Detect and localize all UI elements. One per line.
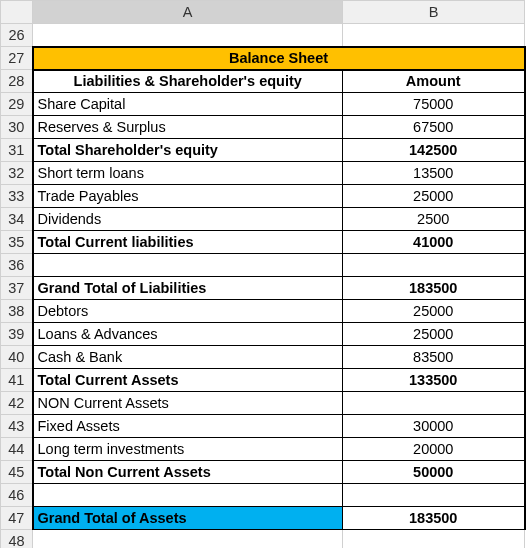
cell-amount[interactable]: 75000 [343,93,525,116]
row-header[interactable]: 30 [1,116,33,139]
cell-label[interactable] [33,530,343,549]
cell-amount[interactable] [343,530,525,549]
row-header[interactable]: 40 [1,346,33,369]
cell-amount[interactable]: 83500 [343,346,525,369]
cell-amount[interactable] [343,392,525,415]
cell-amount[interactable]: 25000 [343,323,525,346]
table-row: 36 [1,254,525,277]
table-row: 41Total Current Assets133500 [1,369,525,392]
table-row: 35Total Current liabilities41000 [1,231,525,254]
row-header[interactable]: 42 [1,392,33,415]
table-row: 37Grand Total of Liabilities183500 [1,277,525,300]
row-header[interactable]: 48 [1,530,33,549]
cell-label[interactable]: Total Current liabilities [33,231,343,254]
cell-amount[interactable]: 183500 [343,507,525,530]
cell-amount[interactable]: 183500 [343,277,525,300]
row-header[interactable]: 43 [1,415,33,438]
table-row: 43Fixed Assets30000 [1,415,525,438]
cell-amount[interactable] [343,24,525,47]
table-row: 33Trade Payables25000 [1,185,525,208]
cell-label[interactable]: Reserves & Surplus [33,116,343,139]
row-header[interactable]: 46 [1,484,33,507]
cell-label[interactable]: Debtors [33,300,343,323]
cell-label[interactable]: NON Current Assets [33,392,343,415]
header-label[interactable]: Liabilities & Shareholder's equity [33,70,343,93]
cell-amount[interactable]: 50000 [343,461,525,484]
cell-label[interactable] [33,484,343,507]
row-header[interactable]: 27 [1,47,33,70]
row-header[interactable]: 44 [1,438,33,461]
cell-amount[interactable] [343,484,525,507]
cell-label[interactable]: Fixed Assets [33,415,343,438]
table-row: 31Total Shareholder's equity142500 [1,139,525,162]
cell-amount[interactable]: 20000 [343,438,525,461]
table-row: 45Total Non Current Assets50000 [1,461,525,484]
table-row: 27Balance Sheet [1,47,525,70]
header-amount[interactable]: Amount [343,70,525,93]
row-header[interactable]: 45 [1,461,33,484]
cell-label[interactable]: Grand Total of Liabilities [33,277,343,300]
spreadsheet-grid[interactable]: A B 2627Balance Sheet28Liabilities & Sha… [0,0,526,548]
table-row: 46 [1,484,525,507]
cell-label[interactable]: Long term investments [33,438,343,461]
table-row: 32Short term loans13500 [1,162,525,185]
cell-label[interactable]: Cash & Bank [33,346,343,369]
row-header[interactable]: 39 [1,323,33,346]
table-row: 29Share Capital75000 [1,93,525,116]
row-header[interactable]: 34 [1,208,33,231]
row-header[interactable]: 41 [1,369,33,392]
table-row: 44Long term investments20000 [1,438,525,461]
cell-label[interactable]: Total Shareholder's equity [33,139,343,162]
column-header-row: A B [1,1,525,24]
row-header[interactable]: 28 [1,70,33,93]
cell-label[interactable]: Total Current Assets [33,369,343,392]
cell-amount[interactable]: 2500 [343,208,525,231]
cell-amount[interactable]: 25000 [343,300,525,323]
table-row: 47Grand Total of Assets183500 [1,507,525,530]
row-header[interactable]: 38 [1,300,33,323]
cell-label[interactable]: Loans & Advances [33,323,343,346]
cell-label[interactable]: Total Non Current Assets [33,461,343,484]
cell-amount[interactable]: 133500 [343,369,525,392]
table-row: 40Cash & Bank83500 [1,346,525,369]
table-row: 26 [1,24,525,47]
row-header[interactable]: 36 [1,254,33,277]
sheet-title[interactable]: Balance Sheet [33,47,525,70]
cell-amount[interactable] [343,254,525,277]
row-header[interactable]: 29 [1,93,33,116]
cell-label[interactable]: Share Capital [33,93,343,116]
cell-label[interactable]: Short term loans [33,162,343,185]
cell-amount[interactable]: 25000 [343,185,525,208]
table-row: 28Liabilities & Shareholder's equityAmou… [1,70,525,93]
cell-label[interactable] [33,24,343,47]
cell-amount[interactable]: 67500 [343,116,525,139]
cell-label[interactable]: Grand Total of Assets [33,507,343,530]
column-header-A[interactable]: A [33,1,343,24]
table-row: 38Debtors25000 [1,300,525,323]
cell-label[interactable] [33,254,343,277]
row-header[interactable]: 35 [1,231,33,254]
cell-label[interactable]: Dividends [33,208,343,231]
row-header[interactable]: 26 [1,24,33,47]
cell-amount[interactable]: 41000 [343,231,525,254]
table-row: 48 [1,530,525,549]
table-row: 34Dividends2500 [1,208,525,231]
row-header[interactable]: 37 [1,277,33,300]
row-header[interactable]: 31 [1,139,33,162]
row-header[interactable]: 33 [1,185,33,208]
row-header[interactable]: 47 [1,507,33,530]
table-row: 30Reserves & Surplus67500 [1,116,525,139]
cell-amount[interactable]: 30000 [343,415,525,438]
column-header-B[interactable]: B [343,1,525,24]
select-all-corner[interactable] [1,1,33,24]
table-row: 42NON Current Assets [1,392,525,415]
cell-amount[interactable]: 142500 [343,139,525,162]
cell-amount[interactable]: 13500 [343,162,525,185]
row-header[interactable]: 32 [1,162,33,185]
table-row: 39Loans & Advances25000 [1,323,525,346]
cell-label[interactable]: Trade Payables [33,185,343,208]
